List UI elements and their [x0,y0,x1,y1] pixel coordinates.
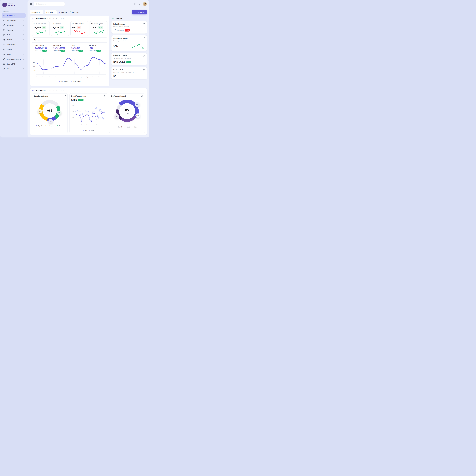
chart-icon [3,49,5,51]
sidebar-item-branches[interactable]: Branches [2,28,26,32]
legend-dot [59,81,60,82]
card-title: Failed Requests [113,23,125,25]
external-link-icon[interactable] [141,95,143,97]
svg-text:May: May [61,76,63,78]
sidebar-item-label: Roles & Permissions [7,58,21,60]
compliance-donut-chart: 965 35% 25% 40% [39,100,60,121]
sparkline-chart [72,30,86,35]
notifications-button[interactable] [138,3,141,5]
legend-dot [124,127,125,127]
metric-sub: + SAR 2,154 [53,50,60,51]
caret-down-icon [54,12,55,13]
funnel-icon [32,18,34,20]
sidebar-item-roles-permissions[interactable]: Roles & Permissions [2,57,26,61]
external-link-icon[interactable] [143,69,145,71]
branch-select[interactable]: All Branches [30,10,43,14]
compliance-legend: Reported Not Reported Cleared [34,124,66,127]
devices-status-card: Devices Status 45 active · 3 offline · 2… [111,67,147,80]
sidebar-item-devices[interactable]: Devices [2,37,26,42]
kebab-menu-icon[interactable] [103,95,105,97]
chevron-right-icon [23,54,24,55]
funnel-icon [32,90,34,92]
search-input[interactable] [38,3,63,5]
theme-sun-icon[interactable] [134,3,136,5]
card-subtitle: 3 warnings · 0 critical errors [113,40,145,41]
score-value: 85 [125,108,129,112]
sparkline-chart [34,30,48,35]
sidebar-item-companies[interactable]: Companies [2,23,26,27]
revenue-card: Revenue Total Revenue SAR 25,450,00 + SA… [32,37,107,84]
sidebar-item-label: Devices [7,39,21,41]
panel-subtitle: Filtered by: This week • All branches [50,90,70,92]
svg-text:Jun: Jun [67,76,69,78]
notification-badge [140,2,141,3]
sidebar-item-exported-files[interactable]: Exported Files [2,62,26,66]
edit-widgets-button[interactable]: Edit Widgets [132,10,147,14]
traffic-legend: Revel Netsuite Other [111,126,143,128]
card-subtitle: 742 orders · +8% vs yesterday [113,58,145,59]
gauge-icon [3,15,5,17]
svg-text:Fri: Fri [102,124,103,125]
menu-icon[interactable] [30,3,32,5]
external-link-icon[interactable] [143,37,145,39]
metric-label: Total Revenue [35,44,50,46]
chevron-right-icon [23,49,24,50]
sidebar-item-organizations[interactable]: Organizations [2,18,26,23]
svg-text:150: 150 [33,70,35,71]
metric-value: SAR 25,450,00 [35,47,50,49]
donut-label-bubble: 40% [49,119,53,123]
card-subtitle: 45 active · 3 offline · 2 not reporting [113,72,145,73]
legend-dot [45,125,46,126]
stat-card-credit-memo[interactable]: No. of Credit Memo 850 -3% [70,21,88,36]
sidebar-item-label: Companies [7,24,21,26]
brand-logo: F [2,3,7,7]
sidebar-item-label: Reports [7,49,21,50]
metric-net-revenue: Net Revenue SAR 20,000,00 + SAR 2,154↑ 2… [52,44,70,52]
live-data-column: Live Data Failed Requests 57 failed toda… [111,16,147,81]
topbar-actions [134,2,147,6]
chevron-right-icon [23,20,24,21]
sparkline-chart [91,30,106,35]
card-title: Compliance Status [34,95,48,97]
sidebar-item-customers[interactable]: Customers [2,33,26,37]
svg-text:Aug: Aug [80,76,82,78]
card-title: Devices Status [113,69,124,71]
period-select[interactable]: This week [45,10,57,14]
sidebar-item-setting[interactable]: Setting [2,67,26,71]
edit-widgets-label: Edit Widgets [136,11,145,13]
lock-circle-icon [3,58,5,60]
svg-text:200: 200 [72,117,74,118]
stat-cards: No. of Transactions 12,350 +8% No. of In… [32,21,107,36]
compliance-donut-card: Compliance Status 965 35% 25% 40% Report… [32,93,68,133]
legend-label: Cleared [59,125,63,127]
legend-label: Other [134,126,137,128]
sidebar: F reachware® Fatoora Navigation Dashboar… [0,0,28,137]
external-link-icon[interactable] [143,23,145,25]
app-root: F reachware® Fatoora Navigation Dashboar… [0,0,149,137]
metric-taxes: Taxes SAR 2,450 + SAR 2,154↑ 2.6% [70,44,88,52]
filterable-chip[interactable]: Filterable [59,11,68,13]
transactions-chart-card: No. of Transactions 5782 ↑ 2.6% 60040020… [69,93,107,133]
search-box[interactable] [34,2,65,6]
svg-text:Mon: Mon [81,124,83,125]
realtime-chip[interactable]: Real-time [69,11,79,13]
user-avatar[interactable] [143,2,147,6]
stat-delta-badge: +8% [42,26,46,29]
legend-dot [117,127,117,127]
stat-card-invoices[interactable]: No. of Inovices 9,875 +5% [51,21,69,36]
sidebar-item-dashboard[interactable]: Dashboard [2,13,26,18]
external-link-icon[interactable] [64,95,66,97]
stat-card-prepayment[interactable]: No. of Prepayment 1,430 +12% [90,21,107,36]
metric-label: Net Revenue [53,44,68,46]
external-link-icon[interactable] [143,55,145,57]
sidebar-item-users[interactable]: Users [2,52,26,57]
sidebar-item-transactions[interactable]: Transactions [2,42,26,47]
stat-value: 1,430 [91,26,97,29]
live-data-header: Live Data [111,16,147,21]
metric-label: Taxes [71,44,86,46]
donut-label-bubble: 25% [57,111,61,115]
brand-name: Fatoora [8,4,15,6]
card-value: 52 [113,75,116,78]
sidebar-item-reports[interactable]: Reports [2,47,26,52]
stat-card-transactions[interactable]: No. of Transactions 12,350 +8% [32,21,50,36]
